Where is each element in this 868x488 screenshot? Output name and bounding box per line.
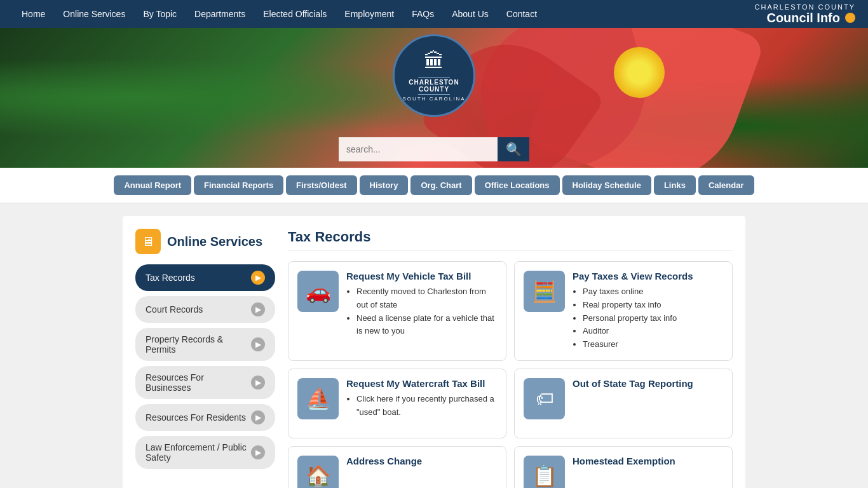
card-title-watercraft: Request My Watercraft Tax Bill — [346, 378, 497, 389]
online-services-icon: 🖥 — [142, 234, 154, 249]
calculator-icon: 🧮 — [532, 280, 557, 304]
tab-financial-reports[interactable]: Financial Reports — [194, 175, 283, 195]
list-item: Auditor — [583, 325, 723, 338]
card-title-homestead: Homestead Exemption — [573, 456, 723, 466]
card-watercraft[interactable]: ⛵ Request My Watercraft Tax Bill Click h… — [288, 369, 506, 438]
content-area: Tax Records 🚗 Request My Vehicle Tax Bil… — [288, 229, 733, 488]
tab-office-locations[interactable]: Office Locations — [475, 175, 560, 195]
sidebar-title-area: 🖥 Online Services — [135, 229, 275, 254]
nav-about-us[interactable]: About Us — [443, 0, 498, 28]
nav-links: Home Online Services By Topic Department… — [13, 0, 546, 28]
council-dot — [845, 13, 855, 23]
card-body-out-of-state: Out of State Tag Reporting — [573, 378, 723, 429]
clipboard-icon: 📋 — [532, 464, 557, 488]
sidebar: 🖥 Online Services Tax Records ▶ Court Re… — [135, 229, 275, 488]
nav-contact[interactable]: Contact — [498, 0, 546, 28]
council-info: CHARLESTON COUNTY Council Info — [755, 3, 855, 25]
sidebar-item-tax-records[interactable]: Tax Records ▶ — [135, 264, 275, 291]
sidebar-item-property-records[interactable]: Property Records & Permits ▶ — [135, 328, 275, 361]
arrow-icon-active: ▶ — [251, 271, 265, 285]
logo-container: 🏛 CHARLESTON COUNTY SOUTH CAROLINA — [393, 34, 475, 117]
hero-banner: 🏛 CHARLESTON COUNTY SOUTH CAROLINA 🔍 — [0, 28, 868, 168]
nav-home[interactable]: Home — [13, 0, 54, 28]
card-icon-pay-taxes: 🧮 — [524, 271, 565, 312]
arrow-icon-2: ▶ — [251, 337, 265, 351]
card-body-pay-taxes: Pay Taxes & View Records Pay taxes onlin… — [573, 271, 723, 351]
arrow-icon-1: ▶ — [251, 302, 265, 316]
sidebar-item-law-enforcement[interactable]: Law Enforcement / Public Safety ▶ — [135, 436, 275, 469]
card-icon-watercraft: ⛵ — [297, 378, 339, 419]
sidebar-item-court-records[interactable]: Court Records ▶ — [135, 296, 275, 323]
card-icon-address: 🏠 — [297, 456, 339, 488]
tab-firsts-oldest[interactable]: Firsts/Oldest — [286, 175, 356, 195]
card-title-address: Address Change — [346, 456, 497, 466]
hero-flower-center — [614, 47, 665, 98]
cards-grid: 🚗 Request My Vehicle Tax Bill Recently m… — [288, 261, 733, 488]
council-link[interactable]: Council Info — [766, 11, 855, 25]
card-icon-vehicle: 🚗 — [297, 271, 339, 312]
arrow-icon-5: ▶ — [251, 445, 265, 459]
arrow-icon-4: ▶ — [251, 410, 265, 424]
sidebar-item-resources-residents[interactable]: Resources For Residents ▶ — [135, 404, 275, 431]
list-item: Click here if you recently purchased a "… — [356, 393, 497, 419]
tab-org-chart[interactable]: Org. Chart — [410, 175, 471, 195]
card-list-vehicle: Recently moved to Charleston from out of… — [346, 285, 497, 338]
nav-elected-officials[interactable]: Elected Officials — [254, 0, 336, 28]
nav-faqs[interactable]: FAQs — [403, 0, 443, 28]
list-item: Recently moved to Charleston from out of… — [356, 285, 497, 312]
list-item: Personal property tax info — [583, 312, 723, 325]
nav-departments[interactable]: Departments — [186, 0, 254, 28]
tab-links[interactable]: Links — [654, 175, 696, 195]
top-nav: Home Online Services By Topic Department… — [0, 0, 868, 28]
boat-icon: ⛵ — [306, 386, 331, 410]
sidebar-item-resources-businesses[interactable]: Resources For Businesses ▶ — [135, 366, 275, 399]
logo-circle: 🏛 CHARLESTON COUNTY SOUTH CAROLINA — [393, 34, 475, 117]
council-title: CHARLESTON COUNTY — [755, 3, 855, 11]
car-icon: 🚗 — [306, 280, 331, 304]
nav-by-topic[interactable]: By Topic — [134, 0, 186, 28]
main-content: 🖥 Online Services Tax Records ▶ Court Re… — [123, 216, 745, 488]
sidebar-icon: 🖥 — [135, 229, 161, 254]
list-item: Treasurer — [583, 338, 723, 351]
nav-online-services[interactable]: Online Services — [54, 0, 134, 28]
tag-icon: 🏷 — [536, 388, 553, 409]
card-icon-homestead: 📋 — [524, 456, 565, 488]
logo-divider2 — [418, 94, 450, 95]
card-body-address: Address Change — [346, 456, 497, 488]
logo-line2: COUNTY — [419, 86, 449, 93]
card-vehicle-tax[interactable]: 🚗 Request My Vehicle Tax Bill Recently m… — [288, 261, 506, 361]
search-input[interactable] — [339, 137, 498, 161]
card-list-pay-taxes: Pay taxes online Real property tax info … — [573, 285, 723, 351]
card-body-watercraft: Request My Watercraft Tax Bill Click her… — [346, 378, 497, 429]
list-item: Pay taxes online — [583, 285, 723, 299]
logo-divider — [418, 77, 450, 78]
tab-annual-report[interactable]: Annual Report — [114, 175, 191, 195]
sidebar-title-text: Online Services — [167, 234, 262, 249]
logo-line1: CHARLESTON — [409, 79, 459, 86]
search-button[interactable]: 🔍 — [498, 137, 529, 161]
nav-employment[interactable]: Employment — [336, 0, 403, 28]
tab-holiday-schedule[interactable]: Holiday Schedule — [562, 175, 651, 195]
logo-line3: SOUTH CAROLINA — [402, 96, 465, 102]
card-title-out-of-state: Out of State Tag Reporting — [573, 378, 723, 389]
card-icon-out-of-state: 🏷 — [524, 378, 565, 419]
search-area: 🔍 — [339, 137, 529, 161]
card-body-homestead: Homestead Exemption — [573, 456, 723, 488]
arrow-icon-3: ▶ — [251, 376, 265, 390]
card-address-change[interactable]: 🏠 Address Change — [288, 446, 506, 488]
card-title-pay-taxes: Pay Taxes & View Records — [573, 271, 723, 281]
card-out-of-state[interactable]: 🏷 Out of State Tag Reporting — [514, 369, 733, 438]
search-icon: 🔍 — [506, 142, 522, 157]
tab-history[interactable]: History — [360, 175, 409, 195]
logo-building-icon: 🏛 — [424, 50, 445, 73]
content-title: Tax Records — [288, 229, 733, 251]
card-list-watercraft: Click here if you recently purchased a "… — [346, 393, 497, 419]
card-body-vehicle: Request My Vehicle Tax Bill Recently mov… — [346, 271, 497, 351]
card-homestead[interactable]: 📋 Homestead Exemption — [514, 446, 733, 488]
card-pay-taxes[interactable]: 🧮 Pay Taxes & View Records Pay taxes onl… — [514, 261, 733, 361]
card-title-vehicle: Request My Vehicle Tax Bill — [346, 271, 497, 281]
list-item: Real property tax info — [583, 299, 723, 312]
tab-calendar[interactable]: Calendar — [698, 175, 754, 195]
list-item: Need a license plate for a vehicle that … — [356, 312, 497, 339]
tab-bar: Annual Report Financial Reports Firsts/O… — [0, 168, 868, 203]
